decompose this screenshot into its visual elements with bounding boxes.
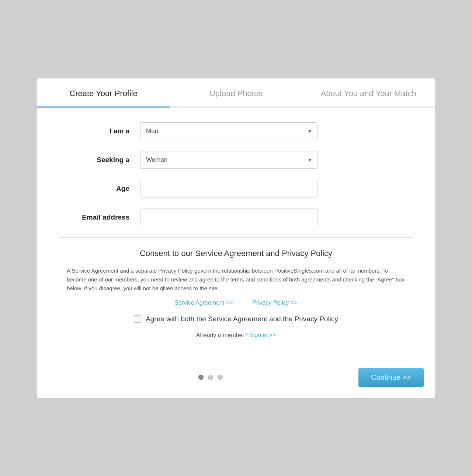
- agree-row: Agree with both the Service Agreement an…: [67, 315, 405, 323]
- continue-button[interactable]: Continue >>: [358, 368, 424, 387]
- already-member: Already a member? Sign in >>: [67, 332, 405, 339]
- already-member-text: Already a member?: [196, 332, 248, 338]
- seeking-a-select-wrapper: Man Woman ▼: [140, 151, 317, 169]
- main-content: I am a Man Woman ▼ Seeking a Man Woman ▼: [37, 108, 435, 361]
- i-am-a-row: I am a Man Woman ▼: [59, 122, 413, 140]
- tab-create-profile[interactable]: Create Your Profile: [37, 78, 170, 106]
- consent-section: Consent to our Service Agreement and Pri…: [59, 249, 413, 339]
- dot-3: [218, 375, 223, 380]
- section-divider: [59, 237, 413, 238]
- consent-title: Consent to our Service Agreement and Pri…: [67, 249, 405, 258]
- service-agreement-link[interactable]: Service Agreement >>: [174, 300, 233, 306]
- email-label: Email address: [59, 213, 140, 221]
- i-am-a-label: I am a: [59, 127, 140, 135]
- agree-label: Agree with both the Service Agreement an…: [146, 315, 338, 323]
- email-input[interactable]: [140, 209, 317, 226]
- footer: Continue >>: [37, 361, 435, 398]
- tab-about-you[interactable]: About You and Your Match: [302, 78, 435, 106]
- step-dots: [198, 375, 223, 380]
- agree-checkbox[interactable]: [134, 315, 141, 323]
- i-am-a-select-wrapper: Man Woman ▼: [140, 122, 317, 140]
- dot-1: [198, 375, 204, 380]
- sign-in-link[interactable]: Sign in >>: [249, 332, 276, 338]
- seeking-a-select[interactable]: Man Woman: [140, 151, 317, 169]
- email-row: Email address: [59, 209, 413, 226]
- seeking-a-label: Seeking a: [59, 156, 140, 164]
- tabs-header: Create Your Profile Upload Photos About …: [37, 78, 435, 108]
- tab-upload-photos[interactable]: Upload Photos: [170, 78, 302, 106]
- i-am-a-select[interactable]: Man Woman: [140, 122, 317, 140]
- age-input[interactable]: [140, 180, 317, 197]
- age-row: Age: [59, 180, 413, 197]
- consent-links: Service Agreement >> Privacy Policy >>: [67, 300, 405, 306]
- consent-body: A Service Agreement and a separate Priva…: [67, 266, 405, 293]
- dot-2: [208, 375, 213, 380]
- age-label: Age: [59, 185, 140, 193]
- seeking-a-row: Seeking a Man Woman ▼: [59, 151, 413, 169]
- profile-card: Create Your Profile Upload Photos About …: [37, 78, 435, 398]
- privacy-policy-link[interactable]: Privacy Policy >>: [252, 300, 298, 306]
